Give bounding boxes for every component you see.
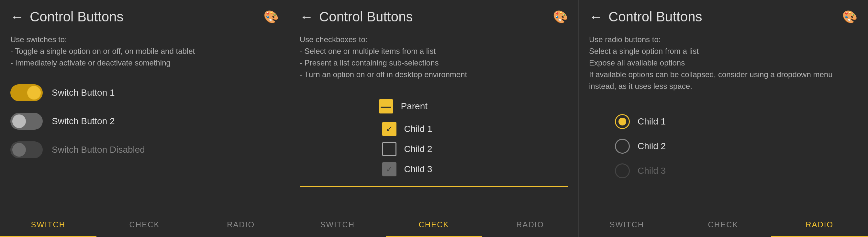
radio-panel-header: ← Control Buttons 🎨: [579, 0, 868, 31]
check-description: Use checkboxes to: - Select one or multi…: [289, 31, 578, 89]
radio-circle-2[interactable]: [615, 139, 630, 154]
switch-description: Use switches to: - Toggle a single optio…: [0, 31, 289, 78]
checkbox-child-3: ✓ Child 3: [382, 162, 486, 176]
checkbox-child-1-label: Child 1: [404, 124, 432, 134]
switch-item-3: Switch Button Disabled: [10, 141, 279, 158]
checkbox-child-3-label: Child 3: [404, 164, 432, 175]
radio-label-2: Child 2: [638, 141, 666, 151]
palette-icon-2[interactable]: 🎨: [553, 10, 568, 24]
switch-label-3: Switch Button Disabled: [52, 144, 145, 155]
switch-panel-header: ← Control Buttons 🎨: [0, 0, 289, 31]
radio-item-3: Child 3: [615, 163, 857, 178]
radio-item-2[interactable]: Child 2: [615, 139, 857, 154]
checkbox-divider: [300, 186, 568, 187]
radio-panel-title: Control Buttons: [609, 9, 836, 25]
switch-item-2: Switch Button 2: [10, 113, 279, 130]
back-arrow-icon-3[interactable]: ←: [589, 10, 602, 24]
switch-item-1: Switch Button 1: [10, 84, 279, 101]
tab-radio-2[interactable]: RADIO: [482, 211, 578, 237]
checkbox-parent-box[interactable]: —: [379, 99, 393, 113]
check-tab-bar: SWITCH CHECK RADIO: [289, 211, 578, 237]
radio-description: Use radio buttons to: Select a single op…: [579, 31, 868, 101]
checkbox-parent: — Parent: [379, 99, 489, 113]
back-arrow-icon[interactable]: ←: [10, 10, 24, 24]
radio-tab-bar: SWITCH CHECK RADIO: [579, 211, 868, 237]
switch-thumb-1: [27, 86, 41, 100]
radio-group: Child 1 Child 2 Child 3: [589, 108, 857, 178]
switch-label-1: Switch Button 1: [52, 87, 115, 98]
switch-thumb-3: [12, 143, 26, 157]
radio-panel: ← Control Buttons 🎨 Use radio buttons to…: [579, 0, 868, 237]
tab-switch-2[interactable]: SWITCH: [289, 211, 386, 237]
switch-panel-title: Control Buttons: [30, 9, 258, 25]
switch-tab-bar: SWITCH CHECK RADIO: [0, 211, 289, 237]
tab-check-1[interactable]: CHECK: [96, 211, 193, 237]
tab-switch-3[interactable]: SWITCH: [579, 211, 675, 237]
check-panel: ← Control Buttons 🎨 Use checkboxes to: -…: [289, 0, 579, 237]
tab-check-2[interactable]: CHECK: [386, 211, 482, 237]
palette-icon[interactable]: 🎨: [264, 10, 279, 24]
checkbox-group: — Parent ✓ Child 1 Child 2 ✓ Child 3: [300, 96, 568, 187]
checkbox-child-2: Child 2: [382, 142, 486, 156]
back-arrow-icon-2[interactable]: ←: [300, 10, 313, 24]
radio-inner-1: [618, 118, 626, 126]
switch-thumb-2: [12, 114, 26, 128]
radio-circle-1[interactable]: [615, 114, 630, 129]
radio-circle-3: [615, 163, 630, 178]
switch-toggle-1[interactable]: [10, 84, 43, 101]
checkbox-child-2-box[interactable]: [382, 142, 397, 156]
checkbox-child-1: ✓ Child 1: [382, 122, 486, 136]
check-panel-header: ← Control Buttons 🎨: [289, 0, 578, 31]
radio-label-3: Child 3: [638, 166, 666, 176]
checkbox-child-2-label: Child 2: [404, 144, 432, 154]
checkbox-parent-label: Parent: [401, 101, 428, 111]
check-panel-title: Control Buttons: [319, 9, 547, 25]
tab-radio-1[interactable]: RADIO: [192, 211, 289, 237]
palette-icon-3[interactable]: 🎨: [842, 10, 857, 24]
radio-item-1[interactable]: Child 1: [615, 114, 857, 129]
switch-toggle-3: [10, 141, 43, 158]
tab-check-3[interactable]: CHECK: [675, 211, 772, 237]
tab-switch-1[interactable]: SWITCH: [0, 211, 96, 237]
checkbox-child-3-box: ✓: [382, 162, 397, 176]
checkbox-child-1-box[interactable]: ✓: [382, 122, 397, 136]
tab-radio-3[interactable]: RADIO: [771, 211, 868, 237]
switch-panel: ← Control Buttons 🎨 Use switches to: - T…: [0, 0, 289, 237]
radio-label-1: Child 1: [638, 116, 666, 127]
switch-label-2: Switch Button 2: [52, 116, 115, 127]
switch-toggle-2[interactable]: [10, 113, 43, 130]
